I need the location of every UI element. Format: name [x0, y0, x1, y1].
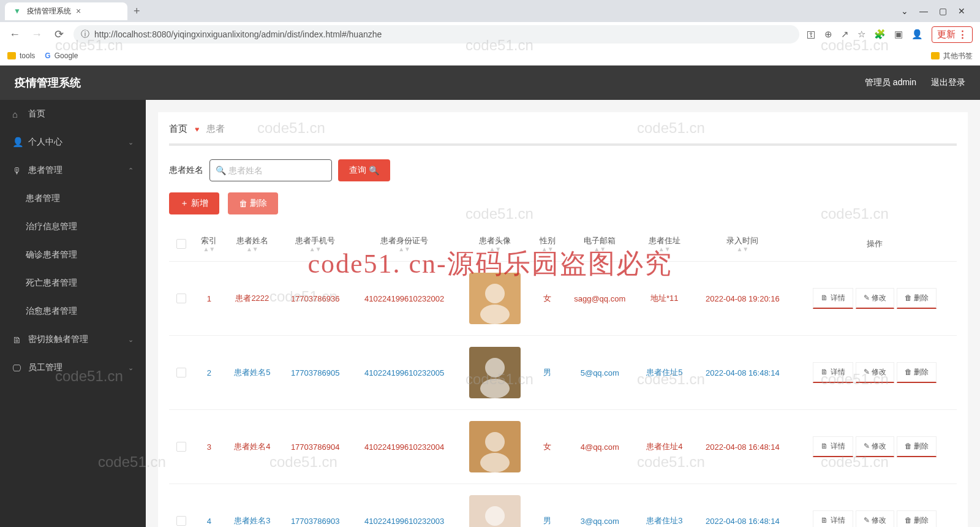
sidebar-sub-cured[interactable]: 治愈患者管理: [0, 297, 146, 325]
th-avatar[interactable]: 患者头像▲▼: [458, 227, 532, 262]
th-email[interactable]: 电子邮箱▲▼: [563, 227, 636, 262]
sidebar-item-staff[interactable]: 🖵员工管理⌄: [0, 354, 146, 382]
th-gender[interactable]: 性别▲▼: [532, 227, 563, 262]
sort-icon: ▲▼: [198, 246, 220, 252]
avatar-image: [469, 421, 521, 472]
edit-button[interactable]: ✎ 修改: [856, 436, 894, 457]
row-delete-button[interactable]: 🗑 删除: [897, 510, 937, 527]
cell-address: 患者住址5: [636, 336, 692, 410]
close-window-icon[interactable]: ✕: [958, 6, 965, 16]
sidebar-item-patient[interactable]: 🎙患者管理⌃: [0, 156, 146, 184]
chevron-down-icon: ⌄: [128, 364, 134, 372]
cell-name[interactable]: 患者姓名3: [225, 484, 281, 528]
row-checkbox[interactable]: [176, 368, 186, 377]
document-icon: 🗎: [12, 335, 22, 345]
url-input[interactable]: ⓘ http://localhost:8080/yiqingxinxiguanl…: [74, 25, 799, 44]
th-phone[interactable]: 患者手机号▲▼: [280, 227, 350, 262]
sidepanel-icon[interactable]: ▣: [894, 29, 903, 40]
edit-button[interactable]: ✎ 修改: [856, 510, 894, 527]
chevron-down-icon[interactable]: ⌄: [901, 6, 908, 16]
header-right: 管理员 admin 退出登录: [865, 77, 965, 88]
cell-time: 2022-04-08 16:48:14: [692, 484, 793, 528]
detail-button[interactable]: 🗎 详情: [813, 362, 853, 383]
cell-time: 2022-04-08 16:48:14: [692, 336, 793, 410]
address-bar: ← → ⟳ ⓘ http://localhost:8080/yiqingxinx…: [0, 22, 980, 47]
logout-button[interactable]: 退出登录: [931, 77, 965, 88]
vue-favicon-icon: ▼: [12, 6, 22, 16]
sort-icon: ▲▼: [537, 246, 558, 252]
cell-avatar: [458, 336, 532, 410]
cell-name[interactable]: 患者姓名5: [225, 336, 281, 410]
cell-index: 1: [194, 262, 225, 336]
tab-title: 疫情管理系统: [27, 6, 71, 17]
sidebar-sub-death[interactable]: 死亡患者管理: [0, 269, 146, 297]
cell-phone: 17703786904: [280, 410, 350, 484]
extensions-icon[interactable]: 🧩: [874, 29, 886, 40]
th-address[interactable]: 患者住址▲▼: [636, 227, 692, 262]
close-tab-icon[interactable]: ×: [76, 6, 81, 16]
cell-ops: 🗎 详情✎ 修改🗑 删除: [793, 262, 957, 336]
sidebar-item-home[interactable]: ⌂首页: [0, 100, 146, 128]
sidebar-item-personal[interactable]: 👤个人中心⌄: [0, 128, 146, 156]
delete-button[interactable]: 🗑 删除: [228, 192, 278, 214]
row-delete-button[interactable]: 🗑 删除: [897, 362, 937, 383]
row-delete-button[interactable]: 🗑 删除: [897, 436, 937, 457]
sidebar-sub-patient-manage[interactable]: 患者管理: [0, 184, 146, 213]
bookmark-google[interactable]: GGoogle: [45, 51, 78, 60]
edit-button[interactable]: ✎ 修改: [856, 288, 894, 309]
search-input[interactable]: [209, 159, 332, 181]
profile-icon[interactable]: 👤: [911, 29, 923, 40]
cell-name[interactable]: 患者2222: [225, 262, 281, 336]
minimize-icon[interactable]: —: [919, 6, 928, 16]
th-time[interactable]: 录入时间▲▼: [692, 227, 793, 262]
table-row: 3患者姓名417703786904410224199610232004女4@qq…: [169, 410, 957, 484]
bookmark-tools[interactable]: tools: [7, 51, 35, 60]
share-icon[interactable]: ↗: [841, 29, 849, 40]
app-body: ⌂首页 👤个人中心⌄ 🎙患者管理⌃ 患者管理 治疗信息管理 确诊患者管理 死亡患…: [0, 100, 980, 527]
row-checkbox[interactable]: [176, 516, 186, 526]
back-button[interactable]: ←: [7, 28, 22, 41]
th-idcard[interactable]: 患者身份证号▲▼: [350, 227, 458, 262]
translate-icon[interactable]: ⊕: [824, 29, 832, 40]
search-button[interactable]: 查询 🔍: [338, 159, 390, 181]
sidebar-sub-treat[interactable]: 治疗信息管理: [0, 213, 146, 241]
user-icon: 👤: [12, 137, 22, 148]
sidebar-item-contact[interactable]: 🗎密切接触者管理⌄: [0, 325, 146, 354]
forward-button: →: [29, 28, 44, 41]
detail-button[interactable]: 🗎 详情: [813, 288, 853, 309]
new-tab-button[interactable]: +: [127, 2, 146, 20]
detail-button[interactable]: 🗎 详情: [813, 436, 853, 457]
th-name[interactable]: 患者姓名▲▼: [225, 227, 281, 262]
update-button[interactable]: 更新 ⋮: [932, 26, 973, 43]
edit-button[interactable]: ✎ 修改: [856, 362, 894, 383]
folder-icon: [7, 52, 16, 59]
sort-icon: ▲▼: [568, 246, 631, 252]
svg-point-7: [485, 432, 505, 452]
star-icon[interactable]: ☆: [858, 29, 865, 40]
browser-tab[interactable]: ▼ 疫情管理系统 ×: [5, 2, 127, 20]
sidebar-sub-confirm[interactable]: 确诊患者管理: [0, 241, 146, 269]
cell-name[interactable]: 患者姓名4: [225, 410, 281, 484]
key-icon[interactable]: ⚿: [807, 29, 816, 40]
breadcrumb-home[interactable]: 首页: [169, 123, 187, 135]
maximize-icon[interactable]: ▢: [939, 6, 947, 16]
bookmark-bar: tools GGoogle 其他书签: [0, 47, 980, 65]
sort-icon: ▲▼: [230, 246, 276, 252]
sort-icon: ▲▼: [641, 246, 687, 252]
cell-address: 地址*11: [636, 262, 692, 336]
select-all-checkbox[interactable]: [176, 239, 186, 249]
row-delete-button[interactable]: 🗑 删除: [897, 288, 937, 309]
search-row: 患者姓名 🔍 查询 🔍: [169, 159, 957, 181]
th-index[interactable]: 索引▲▼: [194, 227, 225, 262]
window-controls: ⌄ — ▢ ✕: [891, 6, 975, 16]
google-icon: G: [45, 51, 50, 60]
reload-button[interactable]: ⟳: [51, 28, 66, 41]
row-checkbox[interactable]: [176, 294, 186, 303]
row-checkbox[interactable]: [176, 442, 186, 452]
cell-ops: 🗎 详情✎ 修改🗑 删除: [793, 410, 957, 484]
add-button[interactable]: ＋ 新增: [169, 192, 219, 214]
bookmark-other[interactable]: 其他书签: [931, 51, 973, 61]
folder-icon: [931, 52, 940, 59]
user-label[interactable]: 管理员 admin: [865, 77, 916, 88]
detail-button[interactable]: 🗎 详情: [813, 510, 853, 527]
